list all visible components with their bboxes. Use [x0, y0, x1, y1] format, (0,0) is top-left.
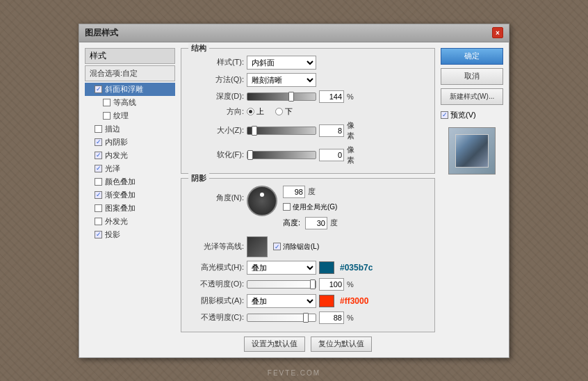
layer-style-dialog: 图层样式 × 样式 混合选项:自定 斜面和浮雕 等高线 纹理 描边 [79, 24, 509, 358]
angle-input[interactable]: 98 [283, 186, 305, 198]
soften-input[interactable]: 0 [319, 149, 344, 161]
sidebar-item-satin[interactable]: 光泽 [85, 162, 175, 175]
global-light-label: 使用全局光(G) [293, 202, 337, 212]
section-header: 样式 [85, 48, 175, 64]
highlight-opacity-slider[interactable] [247, 280, 316, 289]
direction-down-item[interactable]: 下 [275, 106, 293, 117]
dial-dot [260, 193, 264, 197]
shadow-title: 阴影 [188, 173, 209, 184]
gloss-preview[interactable] [247, 236, 268, 257]
close-button[interactable]: × [492, 27, 503, 38]
altitude-input[interactable]: 30 [305, 217, 327, 229]
direction-radio-group: 上 下 [247, 106, 293, 117]
satin-label: 光泽 [105, 163, 120, 174]
highlight-opacity-row: 不透明度(O): 100 % [188, 278, 427, 291]
sidebar-item-drop-shadow[interactable]: 投影 [85, 228, 175, 241]
direction-down-radio[interactable] [275, 108, 283, 115]
soften-slider[interactable] [247, 151, 316, 159]
depth-input[interactable]: 144 [319, 90, 344, 103]
set-default-button[interactable]: 设置为默认值 [244, 337, 305, 352]
style-select[interactable]: 内斜面 [247, 56, 316, 70]
sidebar-item-inner-glow[interactable]: 内发光 [85, 149, 175, 162]
pattern-overlay-label: 图案叠加 [105, 203, 136, 213]
left-panel: 样式 混合选项:自定 斜面和浮雕 等高线 纹理 描边 内阴影 [85, 48, 175, 352]
altitude-label: 高度: [283, 218, 302, 228]
contour-checkbox[interactable] [103, 99, 111, 106]
reset-default-button[interactable]: 复位为默认值 [311, 337, 372, 352]
shadow-opacity-input[interactable]: 88 [319, 311, 344, 324]
sidebar-item-texture[interactable]: 纹理 [85, 109, 175, 122]
anti-alias-row: 消除锯齿(L) [273, 242, 319, 252]
soften-slider-container: 0 像素 [247, 145, 361, 165]
direction-up-item[interactable]: 上 [247, 106, 264, 117]
inner-shadow-checkbox[interactable] [95, 138, 102, 146]
size-input[interactable]: 8 [319, 124, 344, 137]
preview-row: 预览(V) [441, 110, 503, 120]
highlight-mode-label: 高光模式(H): [188, 262, 244, 273]
bevel-emboss-checkbox[interactable] [95, 86, 102, 93]
pattern-overlay-checkbox[interactable] [95, 204, 102, 212]
satin-checkbox[interactable] [95, 165, 102, 172]
shadow-opacity-slider[interactable] [247, 314, 316, 322]
color-overlay-checkbox[interactable] [95, 178, 102, 186]
dialog-body: 样式 混合选项:自定 斜面和浮雕 等高线 纹理 描边 内阴影 [79, 42, 509, 357]
highlight-mode-row: 高光模式(H): 叠加 #035b7c [188, 261, 427, 275]
title-bar: 图层样式 × [79, 24, 509, 42]
gradient-overlay-checkbox[interactable] [95, 191, 102, 199]
anti-alias-checkbox[interactable] [273, 243, 281, 250]
stroke-checkbox[interactable] [95, 125, 102, 133]
new-style-button[interactable]: 新建样式(W)... [441, 88, 503, 105]
direction-row: 方向: 上 下 [188, 106, 427, 117]
soften-unit: 像素 [347, 145, 361, 165]
angle-label: 角度(N): [188, 193, 244, 203]
preview-label: 预览(V) [450, 110, 476, 120]
size-row: 大小(Z): 8 像素 [188, 120, 427, 141]
highlight-opacity-label: 不透明度(O): [188, 279, 244, 289]
shadow-mode-label: 阴影模式(A): [188, 295, 244, 306]
highlight-color-swatch[interactable] [319, 261, 334, 274]
preview-inner [455, 134, 489, 168]
highlight-opacity-unit: % [347, 280, 361, 289]
texture-checkbox[interactable] [103, 112, 111, 120]
shadow-color-swatch[interactable] [319, 295, 334, 307]
direction-up-radio[interactable] [247, 108, 254, 115]
watermark-fevte: FEVTE.COM [268, 369, 320, 377]
method-select[interactable]: 雕刻清晰 [247, 73, 316, 87]
depth-slider[interactable] [247, 92, 316, 101]
preview-checkbox[interactable] [441, 111, 448, 119]
style-row: 样式(T): 内斜面 [188, 56, 427, 70]
direction-up-label: 上 [256, 106, 264, 117]
angle-dial[interactable] [247, 186, 277, 216]
angle-section: 98 度 使用全局光(G) 高度: 30 度 [247, 186, 344, 233]
angle-row: 角度(N): 98 度 [188, 186, 427, 233]
ok-button[interactable]: 确定 [441, 48, 503, 65]
right-panel: 确定 取消 新建样式(W)... 预览(V) [441, 48, 503, 352]
shadow-mode-select[interactable]: 叠加 [247, 294, 316, 308]
sidebar-item-stroke[interactable]: 描边 [85, 122, 175, 136]
sidebar-item-inner-shadow[interactable]: 内阴影 [85, 136, 175, 149]
drop-shadow-checkbox[interactable] [95, 231, 102, 238]
gradient-overlay-label: 渐变叠加 [105, 190, 136, 200]
main-panel: 结构 样式(T): 内斜面 方法(Q): 雕刻清晰 [181, 48, 435, 352]
blending-options[interactable]: 混合选项:自定 [85, 65, 175, 81]
highlight-opacity-input[interactable]: 100 [319, 278, 344, 291]
sidebar-item-contour[interactable]: 等高线 [85, 96, 175, 109]
highlight-mode-select[interactable]: 叠加 [247, 261, 316, 275]
direction-down-label: 下 [285, 106, 293, 117]
outer-glow-checkbox[interactable] [95, 218, 102, 225]
size-slider[interactable] [247, 127, 316, 135]
sidebar-item-color-overlay[interactable]: 颜色叠加 [85, 175, 175, 188]
shadow-mode-row: 阴影模式(A): 叠加 #ff3000 [188, 294, 427, 308]
bottom-buttons: 设置为默认值 复位为默认值 [181, 337, 435, 352]
inner-glow-checkbox[interactable] [95, 152, 102, 159]
drop-shadow-label: 投影 [105, 229, 120, 240]
direction-label: 方向: [188, 106, 244, 117]
sidebar-item-gradient-overlay[interactable]: 渐变叠加 [85, 188, 175, 202]
gloss-row: 光泽等高线: 消除锯齿(L) [188, 236, 427, 257]
highlight-opacity-slider-container: 100 % [247, 278, 361, 291]
sidebar-item-outer-glow[interactable]: 外发光 [85, 215, 175, 228]
sidebar-item-pattern-overlay[interactable]: 图案叠加 [85, 202, 175, 215]
global-light-checkbox[interactable] [283, 203, 291, 211]
cancel-button[interactable]: 取消 [441, 68, 503, 85]
sidebar-item-bevel-emboss[interactable]: 斜面和浮雕 [85, 83, 175, 96]
